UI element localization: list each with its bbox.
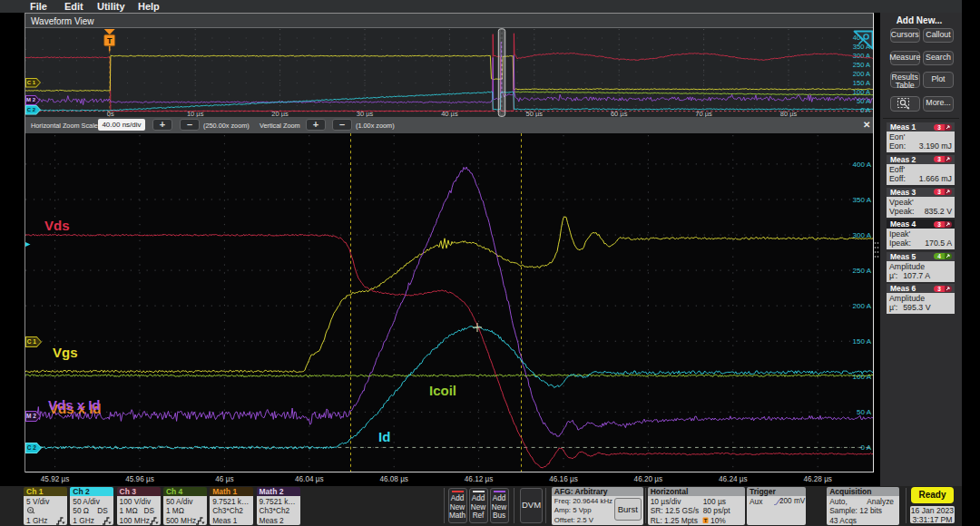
channel-badge-ch1[interactable]: Ch 15 V/div1 GHz [24, 487, 67, 525]
channel-setting-row: 1 MΩ DS [120, 506, 159, 515]
add-new-results-table-button[interactable]: ResultsTable [890, 72, 921, 88]
ready-status-button[interactable]: Ready [911, 487, 954, 503]
measurement-name: Meas 4 [887, 219, 916, 229]
overview-amp-label: 250 A [853, 61, 870, 69]
time-text: 3:31:17 PM [910, 516, 955, 525]
h-zoom-plus-button[interactable]: + [152, 119, 172, 131]
channel-badge-body: 50 A/div50 Ω DS1 GHz [70, 496, 113, 525]
measurement-badge-5[interactable]: Meas 54Amplitudeµ':107.7 A [887, 252, 955, 282]
trace-label-id: Id [378, 429, 390, 444]
add-new-measure-button[interactable]: Measure [890, 51, 921, 65]
channel-flag-label: C 2 [25, 105, 37, 115]
measurement-badge-4[interactable]: Meas 43Ipeak'Ipeak:170.5 A [887, 219, 955, 249]
channel-badge-math1[interactable]: Math 19.7521 k…Ch3*Ch2Meas 1 [210, 487, 253, 525]
source-pill: 4 [934, 253, 952, 259]
measurement-body: Vpeak'Vpeak:835.2 V [887, 197, 955, 218]
channel-setting-row: 50 Ω DS [73, 506, 112, 515]
channel-badge-ch2[interactable]: Ch 250 A/div50 Ω DS1 GHz [70, 487, 113, 525]
source-pill-number: 4 [934, 253, 945, 259]
horizontal-badge[interactable]: Horizontal10 µs/div100 µsSR: 12.5 GS/s80… [648, 487, 745, 525]
channel-setting-row: 5 V/div [26, 497, 65, 506]
menu-bar: FileEditUtilityHelp [0, 0, 962, 13]
channel-flag-label: C 2 [25, 443, 38, 453]
h-zoom-factor: (250.00x zoom) [203, 122, 250, 130]
add-new-plot-button[interactable]: Plot [923, 72, 954, 88]
add-new-math-button[interactable]: AddNewMath [448, 488, 467, 523]
button-color-line [494, 491, 505, 492]
channel-flag-m2[interactable]: M 2 [25, 411, 41, 422]
measurement-value: 1.666 mJ [919, 174, 952, 183]
acquisition-header: Acquisition [827, 487, 899, 496]
main-time-label: 45.92 µs [34, 475, 76, 483]
overview-amp-label: 300 A [853, 52, 870, 60]
menu-file[interactable]: File [30, 1, 47, 12]
trigger-header: Trigger [747, 487, 806, 496]
channel-badge-ch4[interactable]: Ch 450 A/div1 MΩ500 MHz [163, 487, 207, 525]
menu-utility[interactable]: Utility [97, 1, 125, 12]
tab-waveform-view[interactable]: Waveform View [31, 16, 93, 26]
trigger-badge[interactable]: TriggerAux 200 mV [747, 487, 806, 525]
horizontal-row: RL: 1.25 MptsT 10% [651, 516, 742, 525]
trace-label-math2: Vds x Id [48, 397, 101, 413]
channel-flag-c1[interactable]: C 1 [25, 78, 41, 88]
channel-badge-ch3[interactable]: Ch 3100 V/div1 MΩ DS100 MHz [117, 487, 161, 525]
oscilloscope-screen: FileEditUtilityHelp Waveform View 400 A3… [0, 0, 980, 526]
overview-strip[interactable]: 400 A350 A300 A250 A200 A150 A100 A50 A0… [25, 27, 873, 117]
bottom-separator [645, 488, 646, 523]
measurement-row1: Amplitude [889, 262, 952, 271]
close-zoom-icon[interactable]: ✕ [863, 120, 870, 130]
add-new-callout-button[interactable]: Callout [923, 28, 954, 43]
channel-flag-m2[interactable]: M 2 [25, 95, 40, 105]
measurement-badge-3[interactable]: Meas 33Vpeak'Vpeak:835.2 V [887, 188, 955, 218]
measurement-badge-6[interactable]: Meas 63Amplitudeµ':595.3 V [887, 284, 955, 314]
measurement-value: 595.3 V [903, 303, 930, 312]
source-pill: 3 [934, 156, 952, 162]
measurement-badge-1[interactable]: Meas 13Eon'Eon:3.190 mJ [887, 122, 955, 152]
trace-label-vds: Vds [44, 218, 70, 233]
acquisition-row: 43 Acqs [829, 516, 897, 525]
measurement-body: Amplitudeµ':107.7 A [887, 261, 955, 282]
measurement-header: Meas 23 [887, 155, 955, 164]
main-amp-label: 250 A [853, 267, 872, 275]
vertical-zoom-label: Vertical Zoom [260, 122, 300, 130]
add-new-bus-button[interactable]: AddNewBus [490, 488, 509, 523]
channel-flag-c1[interactable]: C 1 [25, 336, 42, 347]
channel-badge-math2[interactable]: Math 29.7521 k…Ch3*Ch2Meas 2 [257, 487, 300, 525]
splitter-grip[interactable] [874, 240, 879, 258]
main-zoom-plot[interactable]: 400 A350 A300 A250 A200 A150 A100 A50 A0… [25, 133, 873, 472]
zoom-select-button[interactable] [890, 96, 921, 112]
more-button[interactable]: More... [923, 96, 954, 112]
burst-button[interactable]: Burst [614, 498, 642, 521]
v-zoom-plus-button[interactable]: + [306, 119, 326, 131]
measurement-value: 107.7 A [903, 271, 930, 280]
menu-help[interactable]: Help [138, 1, 160, 12]
add-new-cursors-button[interactable]: Cursors [890, 28, 921, 43]
trigger-marker[interactable]: T [104, 29, 115, 117]
channel-flag-c2[interactable]: C 2 [25, 105, 41, 115]
probe-icon [26, 506, 35, 514]
h-zoom-minus-button[interactable]: – [180, 119, 200, 131]
measurement-badge-2[interactable]: Meas 23Eoff'Eoff:1.666 mJ [887, 155, 955, 185]
acquisition-badge[interactable]: AcquisitionAuto,AnalyzeSample: 12 bits43… [827, 487, 899, 525]
menu-edit[interactable]: Edit [64, 1, 83, 12]
add-new-search-button[interactable]: Search [923, 51, 954, 65]
add-new-ref-button[interactable]: AddNewRef [469, 488, 488, 523]
channel-badge-body: 50 A/div1 MΩ500 MHz [163, 496, 207, 525]
zoom-scale-input[interactable]: 40.00 ns/div [98, 119, 145, 131]
afg-badge[interactable]: AFG: ArbitraryFreq: 20.9644 kHzAmp: 5 Vp… [552, 487, 643, 525]
button-label: AddNewMath [449, 494, 466, 521]
v-zoom-minus-button[interactable]: – [332, 119, 352, 131]
channel-flag-label: C 1 [25, 336, 38, 347]
channel-badge-header: Ch 2 [70, 487, 113, 496]
channel-setting-row: Meas 2 [260, 516, 299, 525]
horizontal-col2: T 10% [702, 516, 726, 525]
channel-badge-body: 100 V/div1 MΩ DS100 MHz [117, 496, 161, 525]
measurement-header: Meas 63 [887, 284, 955, 293]
acquisition-body: Auto,AnalyzeSample: 12 bits43 Acqs [827, 496, 899, 525]
channel-badge-header: Ch 4 [163, 487, 207, 496]
main-time-label: 46.28 µs [797, 475, 838, 483]
bottom-separator [444, 488, 445, 523]
channel-flag-c2[interactable]: C 2 [25, 443, 42, 453]
measurement-label: µ': [889, 271, 897, 280]
dvm-button[interactable]: DVM [520, 488, 543, 523]
